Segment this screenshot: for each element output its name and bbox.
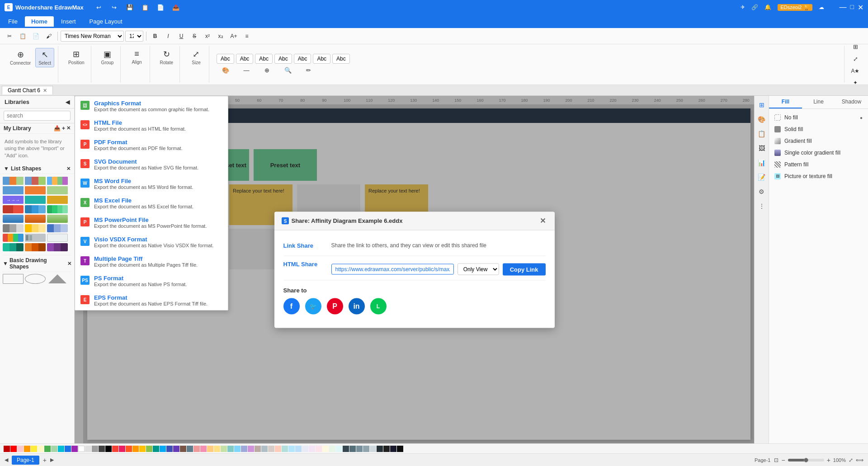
color-swatch-2[interactable] xyxy=(112,446,118,452)
shape-item-4a[interactable] xyxy=(3,205,24,213)
line-tab[interactable]: Line xyxy=(802,96,835,108)
shape-item-6a[interactable] xyxy=(3,224,24,232)
style-preset-1[interactable]: Abc xyxy=(217,54,234,64)
bold-btn[interactable]: B xyxy=(149,30,161,42)
color-swatch-19[interactable] xyxy=(227,446,234,452)
color-swatch-5[interactable] xyxy=(132,446,139,452)
color-swatch-orange[interactable] xyxy=(24,446,30,452)
grid-btn[interactable]: ⊞ xyxy=(846,44,864,52)
color-swatch-gray[interactable] xyxy=(92,446,98,452)
add-page-btn[interactable]: + xyxy=(43,457,47,464)
export-tiff-item[interactable]: T Multiple Page Tiff Export the document… xyxy=(75,252,228,271)
gradient-fill-option[interactable]: Gradient fill xyxy=(769,135,868,147)
paste-btn[interactable]: 📄 xyxy=(154,1,167,14)
zoom-in-btn[interactable]: + xyxy=(827,457,830,464)
fullscreen-icon[interactable]: ⤢ xyxy=(849,457,853,463)
add-icon[interactable]: + xyxy=(62,125,65,132)
color-swatch-12[interactable] xyxy=(180,446,186,452)
cloud-icon[interactable]: ☁ xyxy=(819,4,824,10)
color-swatch-29[interactable] xyxy=(295,446,302,452)
color-swatch-20[interactable] xyxy=(234,446,241,452)
doc-tab-close[interactable]: ✕ xyxy=(43,88,47,94)
shape-item-4c[interactable] xyxy=(47,205,68,213)
shape-item-1a[interactable] xyxy=(3,177,24,185)
circle-shape[interactable] xyxy=(25,274,46,284)
fill-tab[interactable]: Fill xyxy=(769,96,802,108)
close-basic-shapes-icon[interactable]: ✕ xyxy=(67,261,71,267)
shape-item-1b[interactable] xyxy=(25,177,46,185)
style-preset-5[interactable]: Abc xyxy=(294,54,311,64)
color-swatch-40[interactable] xyxy=(370,446,376,452)
linkedin-share-btn[interactable]: in xyxy=(349,298,365,314)
expand-btn[interactable]: ⤢ xyxy=(846,54,864,64)
magic-btn[interactable]: ✦ xyxy=(846,78,864,85)
subscript-btn[interactable]: x₂ xyxy=(215,30,226,42)
position-btn[interactable]: ⊞ Position xyxy=(66,48,87,66)
style-preset-7[interactable]: Abc xyxy=(332,54,350,64)
underline-btn[interactable]: U xyxy=(175,30,187,42)
color-swatch-purple[interactable] xyxy=(71,446,78,452)
color-swatch-blue[interactable] xyxy=(65,446,71,452)
shape-item-5b[interactable] xyxy=(25,215,46,223)
line-share-btn[interactable]: L xyxy=(370,298,387,314)
zoom-out-btn[interactable]: − xyxy=(781,457,785,464)
size-btn[interactable]: ⤢ Size xyxy=(187,48,205,66)
properties-icon-btn[interactable]: ⊞ xyxy=(756,99,767,110)
color-swatch-red[interactable] xyxy=(10,446,17,452)
color-swatch-28[interactable] xyxy=(288,446,295,452)
color-swatch-darkgray[interactable] xyxy=(99,446,105,452)
color-swatch-lightred[interactable] xyxy=(17,446,24,452)
notes-icon-btn[interactable]: 📝 xyxy=(756,172,767,183)
triangle-shape[interactable] xyxy=(47,274,68,284)
color-swatch-25[interactable] xyxy=(268,446,274,452)
color-swatch-36[interactable] xyxy=(343,446,349,452)
twitter-share-btn[interactable]: 🐦 xyxy=(305,298,321,314)
export-html-item[interactable]: <> HTML File Export the document as HTML… xyxy=(75,116,228,135)
edit-btn[interactable]: ✏ xyxy=(300,66,318,75)
color-swatch-30[interactable] xyxy=(302,446,308,452)
line-style-btn[interactable]: — xyxy=(237,66,255,75)
shape-item-5c[interactable] xyxy=(47,215,68,223)
font-selector[interactable]: Times New Roman xyxy=(61,31,124,42)
color-swatch-lightgray[interactable] xyxy=(85,446,91,452)
group-btn[interactable]: ▣ Group xyxy=(99,48,117,66)
list-btn[interactable]: ≡ xyxy=(241,30,253,42)
single-gradient-option[interactable]: Single color gradient fill xyxy=(769,147,868,159)
color-swatch-cyan[interactable] xyxy=(58,446,64,452)
shape-item-2c[interactable] xyxy=(47,186,68,194)
superscript-btn[interactable]: x² xyxy=(202,30,213,42)
italic-btn[interactable]: I xyxy=(162,30,174,42)
color-swatch-3[interactable] xyxy=(119,446,125,452)
zoom-slider[interactable] xyxy=(788,459,824,461)
color-swatch-44[interactable] xyxy=(397,446,403,452)
shape-item-3a[interactable]: →→→ xyxy=(3,196,24,204)
search-style-btn[interactable]: 🔍 xyxy=(279,66,297,75)
color-swatch-42[interactable] xyxy=(383,446,390,452)
pinterest-share-btn[interactable]: P xyxy=(327,298,343,314)
export-svg-item[interactable]: S SVG Document Export the document as Na… xyxy=(75,155,228,174)
color-swatch-34[interactable] xyxy=(329,446,335,452)
color-swatch-16[interactable] xyxy=(207,446,213,452)
color-swatch-24[interactable] xyxy=(261,446,268,452)
copy-link-btn[interactable]: Copy Link xyxy=(503,263,546,275)
color-swatch-35[interactable] xyxy=(336,446,342,452)
pattern-fill-option[interactable]: Pattern fill xyxy=(769,159,868,170)
search-input[interactable] xyxy=(4,111,71,121)
color-swatch-6[interactable] xyxy=(139,446,146,452)
shadow-tab[interactable]: Shadow xyxy=(835,96,868,108)
export-ppt-item[interactable]: P MS PowerPoint File Export the document… xyxy=(75,213,228,232)
html-share-tab[interactable]: HTML Share xyxy=(283,260,324,267)
picture-fill-option[interactable]: 🖼 Picture or texture fill xyxy=(769,170,868,182)
link-share-tab[interactable]: Link Share xyxy=(283,242,324,249)
style-preset-4[interactable]: Abc xyxy=(274,54,292,64)
color-swatch-22[interactable] xyxy=(248,446,254,452)
shape-item-8c[interactable] xyxy=(47,243,68,251)
color-swatch-21[interactable] xyxy=(241,446,247,452)
dialog-close-btn[interactable]: ✕ xyxy=(538,216,547,225)
copy-fmt-btn[interactable]: 📋 xyxy=(17,30,28,42)
shape-item-7b[interactable] xyxy=(25,234,46,242)
data-icon-btn[interactable]: 📊 xyxy=(756,157,767,168)
export-eps-item[interactable]: E EPS Format Export the document as Nati… xyxy=(75,291,228,310)
color-swatch-green[interactable] xyxy=(44,446,51,452)
select-btn[interactable]: ↖ Select xyxy=(35,48,54,67)
